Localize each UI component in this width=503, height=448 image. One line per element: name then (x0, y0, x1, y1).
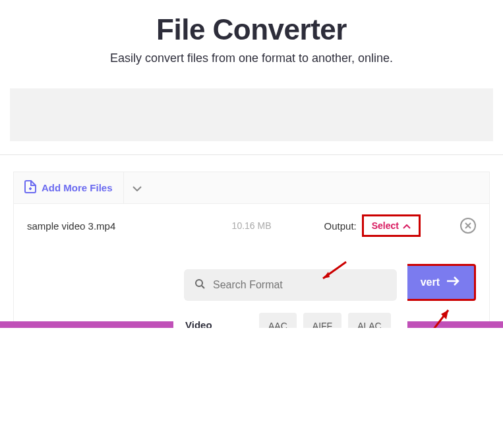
file-name: sample video 3.mp4 (27, 220, 232, 232)
format-aiff[interactable]: AIFF (303, 313, 341, 328)
select-label: Select (372, 220, 399, 231)
add-more-row: Add More Files (14, 172, 489, 204)
format-dropdown-panel: Video Audio Report AAC AIFF ALAC AMR FLA… (173, 257, 407, 328)
page-subtitle: Easily convert files from one format to … (0, 51, 503, 65)
file-size: 10.16 MB (232, 220, 272, 231)
format-alac[interactable]: ALAC (348, 313, 391, 328)
file-plus-icon (24, 180, 36, 195)
format-aac[interactable]: AAC (259, 313, 297, 328)
svg-point-2 (196, 280, 202, 286)
add-more-dropdown-button[interactable] (123, 172, 151, 203)
remove-file-button[interactable] (460, 218, 476, 234)
ad-placeholder (10, 88, 493, 141)
chevron-up-icon (403, 220, 411, 231)
output-select-button[interactable]: Select (362, 214, 421, 237)
output-label: Output: (324, 220, 357, 232)
format-search-input[interactable] (213, 279, 386, 291)
convert-button[interactable]: vert (404, 264, 476, 301)
category-video[interactable]: Video (185, 313, 259, 328)
convert-label: vert (421, 276, 440, 288)
format-categories: Video Audio Report (173, 313, 259, 328)
page-title: File Converter (0, 13, 503, 46)
add-more-files-button[interactable]: Add More Files (14, 172, 123, 203)
arrow-right-icon (446, 276, 459, 288)
format-grid: AAC AIFF ALAC AMR FLAC M4A MP3 OGG WAV W… (259, 313, 407, 328)
divider (0, 154, 503, 155)
file-row: sample video 3.mp4 10.16 MB Output: Sele… (14, 204, 489, 247)
close-icon (465, 220, 471, 231)
chevron-down-icon (133, 182, 142, 194)
format-search-box[interactable] (184, 269, 397, 301)
add-more-label: Add More Files (42, 182, 113, 193)
search-icon (194, 278, 205, 292)
